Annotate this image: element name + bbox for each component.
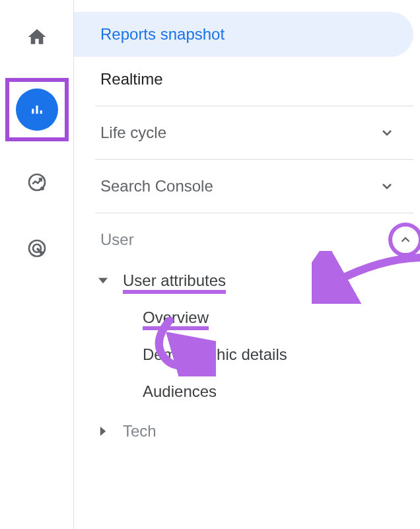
- menu-label: Demographic details: [143, 345, 287, 363]
- chevron-down-icon: [379, 125, 395, 141]
- svg-marker-9: [100, 427, 106, 436]
- svg-marker-8: [98, 278, 108, 283]
- menu-divider: [95, 106, 413, 106]
- menu-label: Overview: [143, 308, 209, 326]
- rail-home[interactable]: [18, 18, 55, 55]
- menu-label: Reports snapshot: [100, 25, 225, 44]
- menu-label: Audiences: [143, 382, 217, 400]
- menu-realtime[interactable]: Realtime: [74, 57, 413, 102]
- menu-user-attributes[interactable]: User attributes: [74, 262, 413, 299]
- chevron-down-icon: [379, 178, 395, 194]
- caret-right-icon: [95, 427, 111, 436]
- menu-label: Realtime: [100, 70, 163, 88]
- menu-divider: [95, 159, 413, 160]
- menu-label: User: [100, 230, 134, 249]
- svg-point-5: [40, 186, 44, 190]
- menu-overview[interactable]: Overview: [74, 299, 413, 336]
- annotation-highlight-reports: [5, 78, 69, 141]
- reports-panel: Reports snapshot Realtime Life cycle Sea…: [74, 0, 420, 529]
- menu-life-cycle[interactable]: Life cycle: [74, 110, 413, 155]
- rail-advertising[interactable]: [18, 230, 55, 267]
- annotation-highlight-chevron: [388, 223, 420, 257]
- menu-label: Tech: [123, 422, 157, 441]
- menu-demographic-details[interactable]: Demographic details: [74, 336, 413, 373]
- menu-search-console[interactable]: Search Console: [74, 164, 413, 209]
- caret-down-icon: [95, 276, 111, 285]
- menu-label: User attributes: [123, 271, 226, 290]
- target-click-icon: [26, 238, 48, 259]
- trend-circle-icon: [26, 172, 48, 193]
- menu-audiences[interactable]: Audiences: [74, 373, 413, 410]
- bar-chart-icon: [27, 100, 47, 120]
- menu-label: Search Console: [100, 177, 213, 195]
- navigation-rail: [0, 0, 74, 529]
- rail-reports[interactable]: [16, 88, 58, 131]
- menu-user-group[interactable]: User: [74, 217, 413, 262]
- user-sublist: User attributes Overview Demographic det…: [74, 262, 413, 450]
- reports-menu: Reports snapshot Realtime Life cycle Sea…: [74, 12, 413, 450]
- menu-divider: [95, 213, 413, 213]
- menu-label: Life cycle: [100, 123, 166, 142]
- rail-explore[interactable]: [18, 164, 55, 201]
- menu-tech[interactable]: Tech: [74, 410, 413, 450]
- menu-reports-snapshot[interactable]: Reports snapshot: [74, 12, 413, 57]
- chevron-up-icon: [398, 232, 413, 247]
- home-icon: [26, 26, 48, 48]
